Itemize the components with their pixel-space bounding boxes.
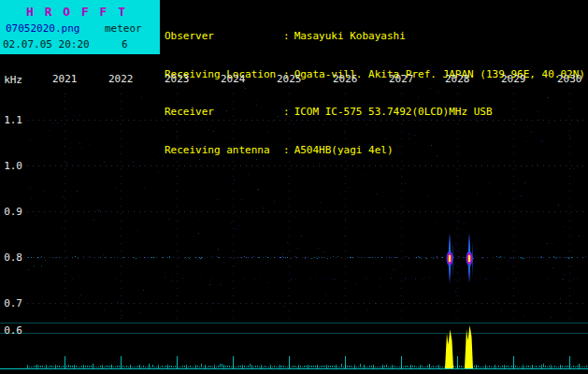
noise-pixel [93, 285, 94, 286]
level-trace [182, 366, 183, 367]
noise-pixel [507, 279, 508, 280]
carrier-pixel [151, 257, 152, 258]
level-trace [128, 367, 129, 367]
noise-pixel [376, 303, 377, 304]
level-trace [48, 367, 49, 367]
carrier-pixel [144, 257, 145, 258]
level-trace [526, 366, 527, 367]
level-trace [446, 367, 447, 367]
noise-pixel [429, 277, 430, 278]
noise-pixel [316, 278, 317, 279]
time-label: 2024 [221, 73, 246, 85]
level-trace [382, 366, 383, 367]
noise-pixel [510, 258, 511, 259]
level-trace [487, 367, 488, 367]
noise-pixel [263, 208, 264, 209]
level-trace [377, 367, 378, 367]
noise-pixel [530, 241, 531, 242]
time-label: 2026 [333, 73, 358, 85]
level-trace [418, 367, 419, 367]
colon-separator: : [283, 30, 290, 42]
level-trace [156, 367, 157, 367]
level-trace [225, 366, 226, 367]
level-trace [367, 367, 368, 367]
noise-pixel [243, 279, 244, 280]
noise-pixel [137, 230, 138, 231]
noise-pixel [133, 162, 134, 163]
noise-pixel [320, 202, 321, 203]
level-trace [545, 366, 546, 367]
noise-pixel [158, 172, 159, 173]
noise-pixel [213, 131, 214, 132]
noise-pixel [283, 306, 284, 307]
level-trace [197, 366, 198, 367]
carrier-pixel [496, 256, 497, 257]
noise-pixel [218, 249, 219, 250]
carrier-pixel [567, 257, 568, 258]
level-trace [79, 367, 80, 367]
noise-pixel [547, 243, 548, 244]
carrier-pixel [389, 257, 390, 258]
noise-pixel [564, 274, 565, 275]
noise-pixel [542, 140, 543, 141]
level-trace [323, 366, 323, 367]
noise-pixel [316, 117, 317, 118]
noise-pixel [164, 155, 165, 156]
carrier-pixel [75, 256, 76, 257]
level-trace [274, 366, 275, 367]
level-trace [259, 367, 260, 367]
info-row-receiver: Receiver:ICOM IC-575 53.7492(0LCD)MHz US… [165, 106, 585, 119]
carrier-pixel [322, 257, 323, 258]
noise-pixel [431, 96, 432, 97]
noise-pixel [418, 97, 419, 98]
carrier-pixel [258, 257, 259, 258]
noise-pixel [198, 233, 199, 234]
noise-pixel [276, 155, 277, 156]
noise-pixel [211, 278, 212, 279]
level-trace [285, 367, 286, 367]
noise-pixel [136, 167, 137, 168]
level-trace [584, 367, 585, 367]
carrier-pixel [534, 257, 535, 258]
level-trace [124, 367, 125, 367]
carrier-pixel [200, 258, 201, 259]
level-trace [276, 367, 277, 367]
level-trace [440, 367, 441, 367]
noise-pixel [323, 124, 324, 125]
info-row-observer: Observer:Masayuki Kobayashi [165, 30, 585, 43]
noise-pixel [431, 145, 432, 146]
level-trace [336, 366, 337, 367]
noise-pixel [475, 144, 476, 145]
noise-pixel [294, 123, 294, 124]
carrier-pixel [391, 257, 392, 258]
freq-axis-unit: kHz [0, 74, 22, 86]
level-trace [309, 366, 310, 367]
level-trace [429, 364, 430, 367]
level-trace [358, 367, 359, 367]
carrier-pixel [396, 257, 397, 258]
level-trace [27, 367, 28, 367]
carrier-pixel [311, 258, 312, 259]
noise-pixel [459, 222, 460, 223]
noise-pixel [568, 135, 569, 136]
noise-pixel [365, 174, 366, 175]
level-trace [242, 367, 243, 367]
carrier-pixel [285, 257, 286, 258]
level-trace [122, 366, 123, 367]
noise-pixel [326, 278, 327, 279]
level-trace [121, 366, 122, 367]
level-trace [280, 366, 280, 367]
level-trace [281, 366, 282, 367]
level-trace [407, 366, 408, 367]
noise-pixel [165, 278, 165, 279]
level-trace [265, 366, 265, 367]
level-trace [278, 367, 279, 367]
noise-pixel [527, 126, 528, 127]
noise-pixel [408, 108, 409, 108]
level-trace [315, 366, 316, 367]
noise-pixel [309, 278, 310, 279]
echo-spark [468, 255, 470, 262]
level-trace [233, 367, 234, 367]
level-trace [541, 367, 542, 367]
noise-pixel [367, 279, 368, 280]
